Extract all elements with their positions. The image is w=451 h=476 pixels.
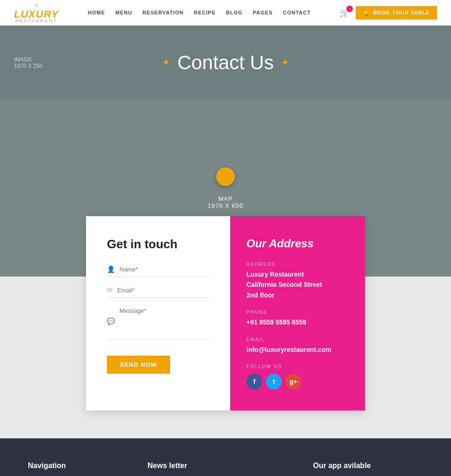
cart-badge: • (346, 6, 353, 12)
send-now-button[interactable]: SEND NOW (107, 356, 170, 374)
nav-pages[interactable]: PAGES (253, 10, 273, 15)
footer-newsletter-col: News letter Enter your email address and… (147, 462, 285, 476)
phone-value: +91 8559 5585 6559 (246, 317, 349, 327)
logo: ✾ LUXURY RESTAURANT (14, 2, 59, 23)
hero-banner: IMAGE 1970 X 250 ✦ Contact Us ✦ (0, 26, 451, 100)
footer-nav-col: Navigation Home About us Menu Reservatio… (28, 462, 119, 476)
name-field-wrap: 👤 (107, 265, 209, 277)
message-input[interactable] (119, 307, 209, 335)
social-icons: f t g+ (246, 374, 349, 390)
email-section-label: EMAIL (246, 337, 349, 342)
address-card: Our Address ADDRESS Luxury RestaurentCal… (230, 216, 365, 410)
email-field-wrap: ✉ (107, 286, 209, 298)
map-label: MAP 1970 X 650 (208, 195, 244, 209)
form-title: Get in touch (107, 237, 209, 251)
book-table-button[interactable]: 🔔 BOOK YOUR TABLE (356, 6, 437, 20)
follow-us-label: FOLLOW US (246, 364, 349, 369)
address-value: Luxury RestaurentCalifornia Second Stree… (246, 269, 349, 300)
address-title: Our Address (246, 237, 349, 250)
image-size-text: 1970 X 250 (14, 63, 42, 69)
nav-contact[interactable]: CONTACT (283, 10, 311, 15)
page-title: ✦ Contact Us ✦ (162, 52, 289, 74)
footer: Navigation Home About us Menu Reservatio… (0, 438, 451, 476)
logo-sub: RESTAURANT (15, 19, 57, 23)
twitter-icon[interactable]: t (266, 374, 282, 390)
email-value: info@luxuryrestaurent.com (246, 344, 349, 355)
name-input[interactable] (119, 266, 209, 273)
newsletter-title: News letter (147, 462, 285, 470)
email-input[interactable] (117, 287, 209, 294)
map-size-text: 1970 X 650 (208, 202, 244, 209)
app-section-title: Our app avilable (313, 462, 423, 470)
nav-recipe[interactable]: RECIPE (194, 10, 216, 15)
nav-menu[interactable]: MENU (115, 10, 132, 15)
book-table-label: BOOK YOUR TABLE (373, 10, 430, 15)
image-placeholder-label: IMAGE 1970 X 250 (14, 56, 42, 69)
bell-icon: 🔔 (363, 10, 370, 16)
address-section-label: ADDRESS (246, 262, 349, 267)
hero-title-text: Contact Us (177, 52, 274, 74)
logo-decoration-left: ✾ (34, 2, 39, 8)
message-field-wrap: 💬 (107, 307, 209, 339)
map-text: MAP (208, 195, 244, 202)
contact-cards: Get in touch 👤 ✉ 💬 SEND NOW Our Address … (86, 216, 365, 410)
image-label-text: IMAGE (14, 56, 42, 63)
nav-reservation[interactable]: RESERVATION (142, 10, 184, 15)
footer-grid: Navigation Home About us Menu Reservatio… (28, 462, 423, 476)
map-pin-icon (216, 167, 235, 186)
googleplus-icon[interactable]: g+ (285, 374, 301, 390)
contact-form-card: Get in touch 👤 ✉ 💬 SEND NOW (86, 216, 230, 410)
message-icon: 💬 (107, 317, 115, 325)
footer-nav-title: Navigation (28, 462, 119, 470)
main-nav: HOME MENU RESERVATION RECIPE BLOG PAGES … (88, 10, 311, 15)
footer-app-col: Our app avilable 🍎 Avilable on the App S… (313, 462, 423, 476)
user-icon: 👤 (107, 265, 115, 273)
header: ✾ LUXURY RESTAURANT HOME MENU RESERVATIO… (0, 0, 451, 26)
nav-blog[interactable]: BLOG (226, 10, 243, 15)
nav-home[interactable]: HOME (88, 10, 105, 15)
ornament-right-icon: ✦ (281, 57, 289, 69)
envelope-icon: ✉ (107, 286, 113, 294)
facebook-icon[interactable]: f (246, 374, 262, 390)
cart-button[interactable]: 🛒 • (340, 8, 349, 17)
phone-section-label: PHONE (246, 310, 349, 315)
header-actions: 🛒 • 🔔 BOOK YOUR TABLE (340, 6, 437, 20)
ornament-left-icon: ✦ (162, 57, 170, 69)
